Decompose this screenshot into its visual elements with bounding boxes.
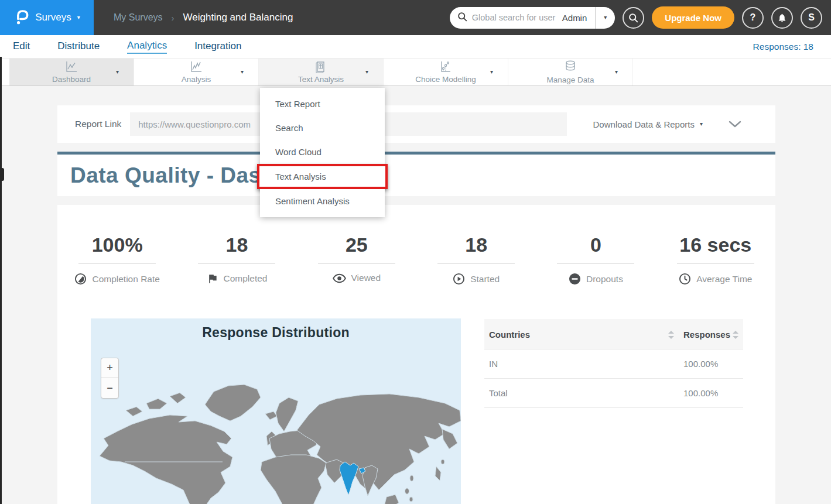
stat-value: 100% [57, 234, 177, 256]
stat-label: Completion Rate [92, 274, 159, 284]
breadcrumb-separator-icon: › [172, 13, 175, 23]
chevron-down-icon[interactable]: ▾ [490, 69, 493, 75]
stat-label: Viewed [351, 273, 381, 283]
responses-count: Responses: 18 [753, 42, 831, 52]
stat-value: 0 [536, 234, 655, 256]
tab-analysis[interactable]: Analysis ▾ [134, 59, 259, 85]
chevron-down-icon[interactable]: ▾ [615, 69, 618, 75]
divider [198, 263, 275, 264]
tab-text-analysis[interactable]: Text Analysis ▾ [259, 59, 384, 85]
text-analysis-dropdown: Text Report Search Word Cloud Text Analy… [260, 88, 385, 217]
dashboard-card: 100% Completion Rate 18 Completed 25 [57, 205, 775, 504]
minus-circle-icon [569, 273, 581, 285]
stat-label: Completed [224, 273, 268, 284]
global-search[interactable]: Admin ▾ [450, 7, 615, 29]
nav-item-analytics[interactable]: Analytics [127, 40, 167, 54]
stat-label: Started [470, 274, 500, 284]
chevron-down-icon[interactable]: ▾ [365, 69, 368, 75]
tab-choice-modelling[interactable]: Choice Modelling ▾ [384, 59, 508, 85]
divider [557, 263, 634, 264]
nav-item-distribute[interactable]: Distribute [57, 40, 100, 53]
report-link-label: Report Link [75, 119, 121, 129]
search-scope-label: Admin [560, 13, 596, 23]
line-chart-icon [64, 60, 78, 73]
tab-manage-data[interactable]: Manage Data ▾ [508, 59, 633, 85]
search-scope-dropdown[interactable]: ▾ [596, 15, 615, 20]
download-data-reports-menu[interactable]: Download Data & Reports ▾ [593, 119, 703, 129]
database-icon [563, 60, 577, 74]
side-rail-handle[interactable] [0, 168, 4, 181]
world-map[interactable] [91, 380, 461, 504]
stat-value: 18 [416, 234, 536, 256]
flag-icon [207, 273, 218, 284]
breadcrumb: My Surveys › Weighting and Balancing [114, 12, 293, 23]
divider [318, 263, 395, 264]
topbar-actions: Admin ▾ Upgrade Now ? S [450, 6, 831, 29]
product-name: Surveys [35, 12, 71, 23]
nav-item-integration[interactable]: Integration [194, 40, 241, 53]
country-cell: Total [484, 379, 679, 408]
chevron-down-icon[interactable]: ▾ [116, 69, 119, 75]
responses-column-header: Responses [683, 330, 730, 340]
stat-label: Average Time [696, 274, 752, 284]
response-distribution-map[interactable]: Response Distribution + − [91, 318, 461, 504]
collapsed-side-rail [0, 57, 2, 504]
stat-viewed: 25 Viewed [297, 234, 416, 285]
user-avatar[interactable]: S [801, 7, 822, 29]
play-circle-icon [453, 273, 465, 285]
responses-cell: 100.00% [679, 379, 743, 408]
map-zoom-controls: + − [101, 358, 119, 399]
sort-icon[interactable] [668, 331, 674, 339]
menu-item-text-analysis[interactable]: Text Analysis [257, 164, 388, 189]
bell-icon [777, 13, 787, 23]
menu-item-text-report[interactable]: Text Report [260, 92, 385, 116]
tab-label: Dashboard [52, 75, 91, 84]
stat-label: Dropouts [586, 274, 623, 284]
survey-nav: Edit Distribute Analytics Integration Re… [0, 35, 831, 58]
countries-column-header: Countries [489, 330, 530, 340]
breadcrumb-survey-title: Weighting and Balancing [183, 12, 293, 23]
menu-item-search[interactable]: Search [260, 116, 385, 140]
menu-item-sentiment-analysis[interactable]: Sentiment Analysis [260, 189, 385, 213]
tab-label: Manage Data [546, 76, 594, 84]
download-label: Download Data & Reports [593, 119, 695, 129]
notifications-button[interactable] [771, 7, 793, 29]
breadcrumb-my-surveys[interactable]: My Surveys [114, 12, 163, 23]
menu-item-word-cloud[interactable]: Word Cloud [260, 140, 385, 164]
search-button[interactable] [623, 7, 644, 29]
stat-completed: 18 Completed [177, 234, 296, 285]
chevron-down-icon: ▾ [700, 121, 703, 127]
trend-chart-icon [189, 60, 203, 73]
search-icon [457, 12, 467, 24]
upgrade-now-button[interactable]: Upgrade Now [652, 6, 734, 29]
sort-icon[interactable] [733, 331, 738, 339]
tab-dashboard[interactable]: Dashboard ▾ [9, 59, 134, 85]
scatter-chart-icon [439, 60, 453, 73]
text-report-icon [314, 60, 327, 73]
tab-label: Analysis [182, 75, 211, 84]
map-zoom-in-button[interactable]: + [101, 358, 118, 378]
questionpro-logo-icon [13, 9, 29, 27]
analytics-tab-bar: Dashboard ▾ Analysis ▾ Text Analysis ▾ C… [0, 58, 831, 86]
completion-rate-icon [74, 273, 87, 285]
country-cell: IN [484, 349, 679, 379]
nav-item-edit[interactable]: Edit [13, 40, 30, 53]
chevron-down-icon[interactable]: ▾ [241, 69, 244, 75]
stat-average-time: 16 secs Average Time [656, 234, 775, 285]
stats-row: 100% Completion Rate 18 Completed 25 [57, 205, 775, 285]
global-search-input[interactable] [472, 13, 560, 22]
stat-value: 16 secs [656, 234, 775, 256]
product-switcher[interactable]: Surveys ▾ [0, 0, 94, 35]
collapse-panel-chevron[interactable] [729, 121, 741, 128]
stat-value: 18 [177, 234, 296, 256]
table-header-row: Countries Responses [484, 320, 743, 349]
help-button[interactable]: ? [742, 7, 764, 29]
table-row: IN 100.00% [484, 349, 743, 379]
map-zoom-out-button[interactable]: − [101, 378, 118, 398]
clock-icon [679, 273, 691, 285]
table-row: Total 100.00% [484, 379, 743, 408]
top-bar: Surveys ▾ My Surveys › Weighting and Bal… [0, 0, 831, 35]
map-title: Response Distribution [91, 325, 461, 341]
tab-label: Text Analysis [298, 75, 344, 84]
stat-value: 25 [297, 234, 416, 256]
